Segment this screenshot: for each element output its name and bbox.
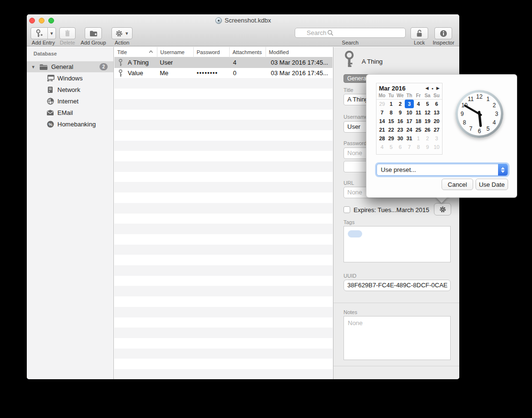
- uuid-field[interactable]: 38F629B7-FC4E-489C-8DCF-0CAE: [344, 280, 451, 291]
- calendar-day[interactable]: 14: [377, 117, 387, 125]
- calendar-day[interactable]: 4: [414, 100, 423, 108]
- cell-password: ••••••••: [197, 68, 218, 79]
- calendar-day[interactable]: 8: [387, 108, 396, 117]
- cancel-button[interactable]: Cancel: [442, 179, 473, 190]
- calendar-day[interactable]: 9: [423, 143, 432, 151]
- column-header-username[interactable]: Username: [157, 47, 194, 57]
- calendar-day[interactable]: 10: [432, 143, 441, 151]
- add-entry-button[interactable]: ▼: [31, 27, 56, 39]
- add-group-button[interactable]: [85, 27, 102, 39]
- sidebar-item-email[interactable]: EMail: [27, 107, 113, 118]
- calendar-day[interactable]: 7: [405, 143, 414, 151]
- sidebar-item-network[interactable]: Network: [27, 84, 113, 95]
- notes-box[interactable]: None: [344, 316, 451, 360]
- key-plus-icon: [31, 29, 47, 38]
- calendar-day[interactable]: 22: [387, 125, 396, 134]
- calendar-day[interactable]: 26: [423, 125, 432, 134]
- calendar-day[interactable]: 1: [387, 100, 396, 108]
- calendar-day[interactable]: 12: [423, 108, 432, 117]
- inspector-button[interactable]: [434, 27, 452, 39]
- calendar-day[interactable]: 16: [396, 117, 405, 125]
- calendar-prev-icon[interactable]: ◀: [425, 86, 429, 90]
- calendar-day[interactable]: 6: [432, 100, 441, 108]
- calendar-day[interactable]: 21: [377, 125, 387, 134]
- calendar-day[interactable]: 10: [405, 108, 414, 117]
- search-input[interactable]: [295, 28, 406, 38]
- calendar-day[interactable]: 25: [414, 125, 423, 134]
- calendar-day[interactable]: 2: [396, 100, 405, 108]
- weekday-label: Tu: [387, 93, 396, 98]
- calendar-day[interactable]: 28: [377, 134, 387, 143]
- delete-button[interactable]: [59, 27, 76, 39]
- lock-label: Lock: [410, 40, 428, 45]
- calendar-day-selected[interactable]: 3: [405, 100, 414, 108]
- inspector-label: Inspector: [431, 40, 456, 45]
- sidebar-item-homebanking[interactable]: %Homebanking: [27, 118, 113, 130]
- window-titlebar: Screenshot.kdbx: [27, 14, 459, 26]
- cell-modified: 03 Mar 2016 17:45...: [271, 68, 328, 79]
- calendar-day[interactable]: 23: [396, 125, 405, 134]
- network-icon: [46, 86, 55, 93]
- table-row[interactable]: A ThingUser403 Mar 2016 17:45...: [114, 57, 332, 68]
- use-date-button[interactable]: Use Date: [476, 179, 508, 190]
- calendar-day[interactable]: 29: [387, 134, 396, 143]
- document-icon: [215, 17, 222, 24]
- column-header-title[interactable]: Title: [114, 47, 157, 57]
- action-button[interactable]: ▼: [111, 27, 133, 39]
- sidebar-item-label: Windows: [57, 75, 83, 82]
- calendar-day[interactable]: 4: [377, 143, 387, 151]
- action-label: Action: [111, 40, 133, 45]
- calendar-day[interactable]: 18: [414, 117, 423, 125]
- calendar-day[interactable]: 5: [423, 100, 432, 108]
- calendar-day[interactable]: 31: [405, 134, 414, 143]
- svg-text:%: %: [48, 122, 52, 126]
- table-row[interactable]: ValueMe••••••••003 Mar 2016 17:45...: [114, 68, 332, 79]
- calendar-day[interactable]: 8: [414, 143, 423, 151]
- calendar: Mar 2016 ◀ ● ▶ MoTuWeThFrSaSu 2912345678…: [376, 83, 443, 155]
- calendar-day[interactable]: 19: [423, 117, 432, 125]
- calendar-day[interactable]: 5: [387, 143, 396, 151]
- expires-date-button[interactable]: [434, 203, 451, 215]
- calendar-day[interactable]: 7: [377, 108, 387, 117]
- sidebar-item-label: EMail: [57, 109, 73, 116]
- calendar-day[interactable]: 1: [414, 134, 423, 143]
- stepper-icon: [498, 164, 508, 176]
- tag-token[interactable]: [348, 230, 362, 237]
- weekday-label: Fr: [414, 93, 423, 98]
- popover-arrow: [436, 197, 447, 203]
- clock-hands: [455, 90, 503, 138]
- disclosure-triangle-icon[interactable]: ▼: [31, 65, 35, 69]
- calendar-day[interactable]: 11: [414, 108, 423, 117]
- calendar-day[interactable]: 9: [396, 108, 405, 117]
- column-header-modified[interactable]: Modified: [266, 47, 332, 57]
- preset-dropdown[interactable]: Use preset...: [377, 164, 508, 176]
- entries-body: A ThingUser403 Mar 2016 17:45...ValueMe•…: [114, 57, 332, 379]
- sidebar-item-internet[interactable]: Internet: [27, 95, 113, 107]
- clock[interactable]: 121234567891011: [455, 90, 503, 138]
- chevron-down-icon[interactable]: ▼: [48, 31, 55, 36]
- calendar-day[interactable]: 29: [377, 100, 387, 108]
- unlock-icon: [416, 29, 423, 37]
- calendar-day[interactable]: 13: [432, 108, 441, 117]
- calendar-next-icon[interactable]: ▶: [436, 86, 440, 90]
- delete-label: Delete: [55, 40, 80, 45]
- column-header-password[interactable]: Password: [194, 47, 230, 57]
- expires-checkbox[interactable]: [344, 206, 350, 213]
- calendar-day[interactable]: 6: [396, 143, 405, 151]
- calendar-day[interactable]: 20: [432, 117, 441, 125]
- lock-button[interactable]: [410, 27, 428, 39]
- tags-box[interactable]: [344, 226, 451, 262]
- column-header-attachments[interactable]: Attachments: [230, 47, 266, 57]
- calendar-day[interactable]: 30: [396, 134, 405, 143]
- calendar-day[interactable]: 15: [387, 117, 396, 125]
- sidebar-item-general[interactable]: ▼ General 2: [27, 61, 113, 72]
- calendar-today-icon[interactable]: ●: [432, 87, 433, 90]
- key-icon: [118, 68, 123, 79]
- count-badge: 2: [100, 63, 108, 70]
- calendar-day[interactable]: 17: [405, 117, 414, 125]
- calendar-day[interactable]: 24: [405, 125, 414, 134]
- calendar-day[interactable]: 27: [432, 125, 441, 134]
- calendar-day[interactable]: 2: [423, 134, 432, 143]
- calendar-day[interactable]: 3: [432, 134, 441, 143]
- sidebar-item-windows[interactable]: Windows: [27, 72, 113, 84]
